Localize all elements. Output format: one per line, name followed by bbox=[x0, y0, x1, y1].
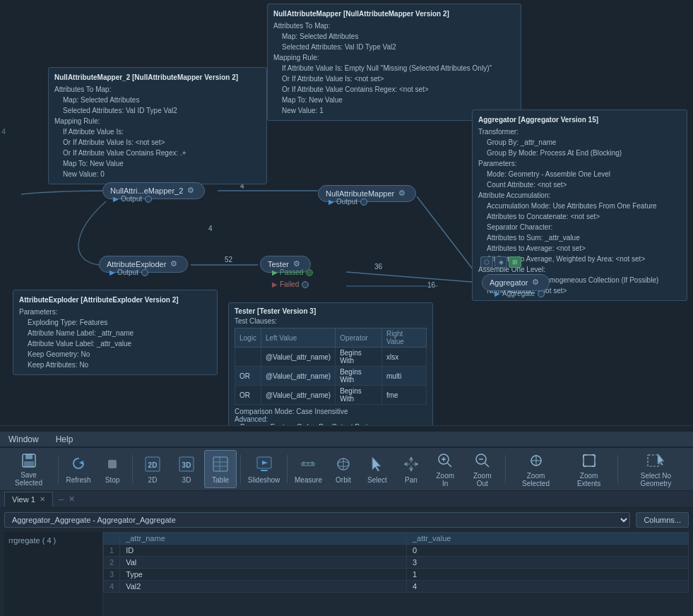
tester-passed-dot bbox=[306, 269, 313, 276]
panel-tab-close[interactable]: ✕ bbox=[40, 495, 45, 503]
tester-col-left: Left Value bbox=[261, 328, 335, 348]
aggregator-node-label: Aggregator bbox=[490, 278, 528, 287]
menu-window[interactable]: Window bbox=[6, 433, 42, 446]
measure-icon bbox=[298, 454, 318, 474]
row2-value: 3 bbox=[406, 557, 688, 569]
panel-minimize[interactable]: ─ bbox=[59, 495, 64, 504]
null-mapper-output-dot bbox=[360, 199, 367, 206]
row2-name: Val bbox=[120, 557, 407, 569]
row3-name: Type bbox=[120, 569, 407, 581]
panel-tab-view1[interactable]: View 1 ✕ bbox=[4, 492, 53, 507]
aggregator-aggregate-port[interactable]: ▶ Aggregate bbox=[494, 290, 545, 297]
3d-button[interactable]: 3D 3D bbox=[170, 450, 203, 488]
tester-row3-right: fme bbox=[381, 386, 426, 405]
zoom-out-button[interactable]: Zoom Out bbox=[463, 450, 502, 488]
null-mapper2-output-port[interactable]: ▶ Output bbox=[113, 195, 152, 203]
select-no-geometry-button[interactable]: Select No Geometry bbox=[622, 450, 690, 488]
table-row: @Value(_attr_name) Begins With xlsx bbox=[235, 348, 427, 367]
attr-exploder-output-label: Output bbox=[117, 268, 138, 276]
stop-button[interactable]: Stop bbox=[96, 450, 129, 488]
measure-label: Measure bbox=[295, 476, 322, 484]
pan-button[interactable]: Pan bbox=[395, 450, 427, 488]
aggregator-groupby: Group By: _attr_name bbox=[478, 137, 681, 148]
panel-close-icon[interactable]: ✕ bbox=[69, 494, 75, 504]
row3-value: 1 bbox=[406, 569, 688, 581]
null-mapper-output-port[interactable]: ▶ Output bbox=[328, 198, 367, 206]
select-button[interactable]: Select bbox=[361, 450, 393, 488]
menu-bar: Window Help bbox=[0, 431, 693, 446]
tester-col-logic: Logic bbox=[235, 328, 261, 348]
aggregator-mode: Mode: Geometry - Assemble One Level bbox=[478, 169, 681, 179]
panel-main[interactable]: _attr_name _attr_value 1 ID 0 2 Val bbox=[103, 532, 689, 616]
tester-failed-port[interactable]: ▶ Failed bbox=[272, 280, 309, 288]
zoom-selected-button[interactable]: Zoom Selected bbox=[509, 450, 563, 488]
svg-rect-20 bbox=[261, 470, 268, 471]
toolbar-sep-3 bbox=[240, 455, 241, 483]
refresh-button[interactable]: Refresh bbox=[62, 450, 95, 488]
null-mapper-map: Map: Selected Attributes bbox=[273, 31, 515, 42]
tester-passed-port[interactable]: ▶ Passed bbox=[272, 268, 313, 276]
svg-line-3 bbox=[346, 272, 480, 283]
zoom-in-button[interactable]: Zoom In bbox=[429, 450, 462, 488]
svg-marker-28 bbox=[372, 457, 381, 471]
menu-help[interactable]: Help bbox=[53, 433, 76, 446]
tester-node-label: Tester bbox=[268, 260, 289, 268]
select-no-geometry-label: Select No Geometry bbox=[626, 472, 686, 487]
tester-comparison: Comparison Mode: Case Insensitive bbox=[235, 408, 427, 415]
mini-icon-3: ⊞ bbox=[509, 256, 521, 268]
null-mapper-ifnull: If Attribute Value Is: Empty Null "Missi… bbox=[273, 63, 515, 73]
attr-exploder-output-port[interactable]: ▶ Output bbox=[109, 268, 148, 276]
stop-label: Stop bbox=[105, 476, 120, 484]
bottom-panel: View 1 ✕ ─ ✕ Aggregator_Aggregate - Aggr… bbox=[0, 490, 693, 616]
mini-icon-2: ◈ bbox=[494, 256, 507, 268]
2d-button[interactable]: 2D 2D bbox=[136, 450, 169, 488]
slideshow-button[interactable]: Slideshow bbox=[244, 450, 283, 488]
tester-row3-op: Begins With bbox=[336, 386, 382, 405]
null-mapper2-output-label: Output bbox=[121, 195, 142, 203]
aggregator-aggregate-label: Aggregate bbox=[502, 290, 535, 297]
table-row: OR @Value(_attr_name) Begins With fme bbox=[235, 386, 427, 405]
aggregator-sep: Separator Character: bbox=[478, 222, 681, 232]
row1-name: ID bbox=[120, 545, 407, 557]
gear-icon: ⚙ bbox=[187, 186, 197, 196]
2d-label: 2D bbox=[148, 476, 158, 484]
svg-line-30 bbox=[448, 463, 452, 467]
tester-title: Tester [Tester Version 3] bbox=[235, 307, 427, 315]
panel-dropdown[interactable]: Aggregator_Aggregate - Aggregator_Aggreg… bbox=[4, 512, 630, 528]
svg-rect-9 bbox=[108, 460, 117, 468]
null-mapper2-info: NullAttributeMapper_2 [NullAttributeMapp… bbox=[48, 67, 267, 184]
orbit-button[interactable]: Orbit bbox=[327, 450, 360, 488]
aggregator-transformer: Transformer: bbox=[478, 126, 681, 137]
tester-row1-left: @Value(_attr_name) bbox=[261, 348, 335, 367]
zoom-extents-button[interactable]: Zoom Extents bbox=[564, 450, 613, 488]
svg-line-34 bbox=[485, 463, 489, 467]
attr-exploder-exploding: Exploding Type: Features bbox=[19, 317, 211, 328]
save-selected-button[interactable]: Save Selected bbox=[3, 450, 54, 488]
svg-line-1 bbox=[417, 196, 480, 279]
measure-button[interactable]: Measure bbox=[291, 450, 326, 488]
null-mapper-sel: Selected Attributes: Val ID Type Val2 bbox=[273, 42, 515, 52]
null-mapper-attr: Attributes To Map: bbox=[273, 20, 515, 31]
tester-advanced: Advanced: bbox=[235, 415, 427, 423]
edge-label-4b: 4 bbox=[208, 225, 213, 232]
tester-info: Tester [Tester Version 3] Test Clauses: … bbox=[228, 302, 433, 431]
row1-num: 1 bbox=[104, 545, 120, 557]
attr-exploder-valuelabel: Attribute Value Label: _attr_value bbox=[19, 338, 211, 349]
attr-exploder-node-label: AttributeExploder bbox=[107, 260, 166, 268]
tester-passed-label: Passed bbox=[280, 268, 303, 276]
columns-button[interactable]: Columns... bbox=[636, 512, 689, 528]
row4-value: 4 bbox=[406, 581, 688, 593]
null-mapper2-sel: Selected Attributes: Val ID Type Val2 bbox=[54, 105, 261, 116]
svg-rect-6 bbox=[25, 454, 32, 459]
row4-name: Val2 bbox=[120, 581, 407, 593]
panel-sidebar: rrgregate ( 4 ) bbox=[4, 532, 103, 616]
row3-num: 3 bbox=[104, 569, 120, 581]
table-button[interactable]: Table bbox=[204, 450, 237, 488]
aggregator-node[interactable]: Aggregator ⚙ bbox=[482, 274, 550, 291]
data-table: _attr_name _attr_value 1 ID 0 2 Val bbox=[103, 532, 689, 593]
tester-row2-left: @Value(_attr_name) bbox=[261, 367, 335, 386]
row1-value: 0 bbox=[406, 545, 688, 557]
col-attr-name: _attr_name bbox=[120, 533, 407, 545]
table-row: 4 Val2 4 bbox=[104, 581, 689, 593]
zoom-out-icon bbox=[473, 451, 492, 470]
